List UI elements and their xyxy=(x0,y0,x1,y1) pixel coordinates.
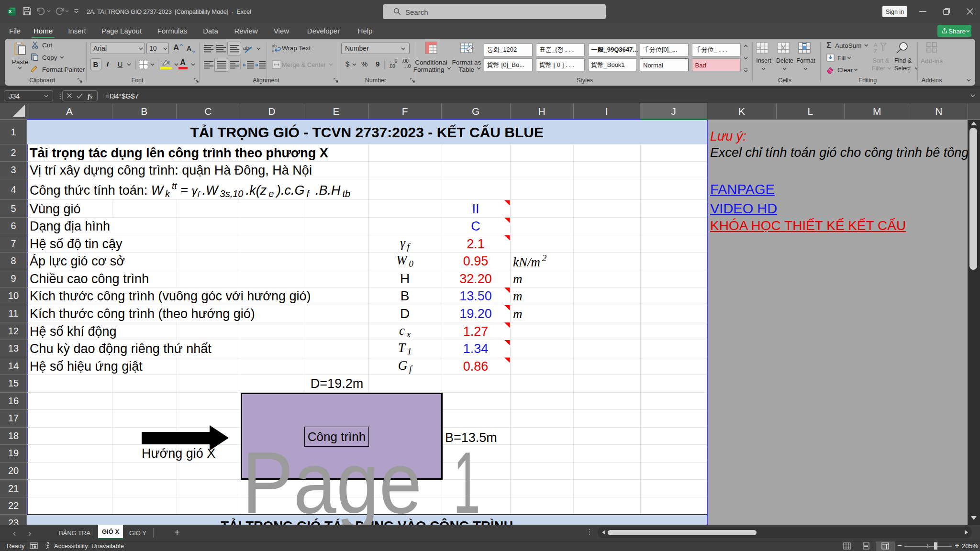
svg-text:Z: Z xyxy=(874,48,877,54)
svg-text:ab: ab xyxy=(272,44,277,48)
svg-text:A: A xyxy=(874,42,878,48)
svg-text:X: X xyxy=(9,9,11,14)
svg-text:c: c xyxy=(272,48,274,53)
